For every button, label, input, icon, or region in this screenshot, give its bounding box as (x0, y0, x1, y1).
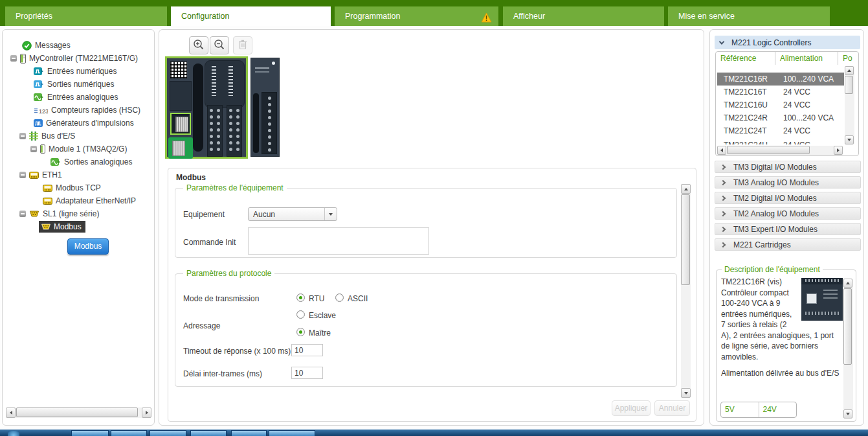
slave-radio[interactable] (296, 310, 305, 319)
hsc-icon: 123 (34, 107, 48, 114)
section-m221-logic-controllers[interactable]: M221 Logic Controllers (715, 36, 860, 49)
apply-button[interactable]: Appliquer (612, 400, 651, 416)
hardware-catalog-panel: M221 Logic Controllers Référence Aliment… (709, 29, 864, 426)
collapse-toggle[interactable] (19, 133, 26, 139)
tree-horizontal-scrollbar[interactable] (6, 407, 151, 418)
scrollbar-thumb[interactable] (16, 407, 138, 417)
table-row[interactable]: TM221C16U24 VCC (717, 98, 844, 111)
section-tm3-digital-io[interactable]: TM3 Digital I/O Modules (715, 161, 861, 173)
tree-item-digital-inputs[interactable]: Entrées numériques (3, 65, 154, 78)
column-header-alimentation[interactable]: Alimentation (775, 52, 838, 65)
taskbar-button[interactable] (269, 430, 315, 436)
tree-item-sl1[interactable]: SL1 (ligne série) (3, 207, 154, 220)
scroll-down-button[interactable] (681, 388, 691, 398)
table-vertical-scrollbar[interactable] (845, 66, 854, 144)
scroll-left-button[interactable] (6, 407, 16, 418)
svg-text:!: ! (485, 15, 487, 22)
serial-port[interactable] (168, 137, 193, 159)
scrollbar-thumb[interactable] (681, 194, 690, 285)
start-orb-icon[interactable] (8, 431, 19, 436)
modbus-tooltip-button[interactable]: Modbus (67, 238, 109, 255)
warning-icon: ! (481, 10, 492, 30)
tree-item-label: ETH1 (42, 170, 62, 179)
table-row[interactable]: TM221C24R100...240 VCA (717, 111, 844, 124)
controller-image[interactable] (165, 56, 248, 159)
scroll-down-button[interactable] (843, 409, 852, 419)
description-vertical-scrollbar[interactable] (843, 279, 853, 419)
scroll-right-button[interactable] (142, 407, 151, 418)
table-row[interactable]: TM221C16R100...240 VCA (717, 73, 844, 86)
collapse-toggle[interactable] (10, 55, 17, 62)
tree-item-analog-inputs[interactable]: Entrées analogiques (3, 91, 154, 104)
tree-item-modbus-tcp[interactable]: Modbus TCP (3, 181, 154, 194)
tree-item-module1[interactable]: Module 1 (TM3AQ2/G) (3, 143, 154, 155)
ethernet-port[interactable] (170, 113, 191, 135)
device-description-group: Description de l'équipement TM221C16R (v… (716, 270, 856, 422)
tab-label: Propriétés (16, 12, 52, 21)
equipment-select[interactable]: Aucun (248, 207, 337, 221)
zoom-in-button[interactable] (189, 36, 208, 54)
tree-item-digital-outputs[interactable]: Sorties numériques (3, 78, 154, 91)
section-tm3-analog-io[interactable]: TM3 Analog I/O Modules (715, 176, 861, 189)
scrollbar-thumb[interactable] (727, 146, 810, 154)
tree-item-mycontroller[interactable]: MyController (TM221ME16T/G) (3, 52, 154, 65)
column-header-reference[interactable]: Référence (716, 52, 775, 65)
taskbar-button[interactable] (111, 430, 147, 436)
tree-item-high-speed-counters[interactable]: 123 Compteurs rapides (HSC) (3, 104, 154, 117)
taskbar-button[interactable] (71, 430, 109, 436)
scroll-up-button[interactable] (843, 279, 852, 288)
table-row[interactable]: TM221C24T24 VCC (717, 124, 844, 137)
scroll-right-button[interactable] (834, 146, 843, 155)
rtu-radio[interactable] (296, 293, 305, 302)
collapse-toggle[interactable] (19, 211, 26, 217)
tree-item-ethernetip-adapter[interactable]: Adaptateur EtherNet/IP (3, 194, 154, 207)
section-m221-cartridges[interactable]: M221 Cartridges (715, 238, 861, 251)
column-header-ports[interactable]: Po (838, 52, 858, 65)
scrollbar-thumb[interactable] (843, 288, 852, 365)
tree-item-analog-outputs[interactable]: Sorties analogiques (3, 155, 154, 168)
taskbar-button[interactable] (150, 430, 186, 436)
master-radio[interactable] (296, 328, 305, 336)
scroll-up-button[interactable] (845, 66, 854, 75)
zoom-out-button[interactable] (210, 36, 229, 54)
ascii-radio[interactable] (335, 293, 344, 302)
scrollbar-thumb[interactable] (845, 76, 853, 94)
tree-item-label: Modbus TCP (56, 183, 101, 192)
tab-programmation[interactable]: Programmation ! (335, 6, 498, 26)
init-command-input[interactable] (248, 227, 429, 255)
interframe-delay-input[interactable] (291, 367, 323, 379)
collapse-toggle[interactable] (19, 172, 26, 178)
tab-mise-en-service[interactable]: Mise en service (668, 6, 830, 26)
tree-item-label: Messages (35, 41, 71, 50)
taskbar-button[interactable] (231, 430, 267, 436)
collapse-toggle[interactable] (30, 146, 37, 152)
expansion-module-image[interactable] (250, 58, 280, 157)
section-tm2-analog-io[interactable]: TM2 Analog I/O Modules (715, 207, 861, 220)
section-tm3-expert-io[interactable]: TM3 Expert I/O Modules (715, 223, 861, 235)
tooltip-label: Modbus (74, 242, 102, 251)
tab-afficheur[interactable]: Afficheur (503, 6, 664, 26)
settings-vertical-scrollbar[interactable] (681, 184, 691, 398)
table-row[interactable]: TM221C24U24 VCC (717, 139, 844, 144)
pulse-generators-icon (34, 119, 43, 127)
tab-proprietes[interactable]: Propriétés (5, 6, 167, 26)
module-led (272, 62, 275, 65)
chevron-right-icon (720, 179, 726, 185)
table-row[interactable]: TM221C16T24 VCC (717, 86, 844, 98)
section-tm2-digital-io[interactable]: TM2 Digital I/O Modules (715, 192, 861, 204)
table-horizontal-scrollbar[interactable] (717, 146, 843, 155)
tree-item-messages[interactable]: Messages (3, 39, 154, 52)
scroll-left-button[interactable] (717, 146, 726, 155)
windows-taskbar[interactable] (0, 430, 868, 436)
response-timeout-input[interactable] (291, 344, 323, 356)
scroll-down-button[interactable] (845, 135, 854, 144)
tab-configuration[interactable]: Configuration (171, 6, 331, 26)
tree-item-modbus[interactable]: Modbus (3, 220, 154, 233)
scroll-up-button[interactable] (681, 184, 691, 194)
tree-item-pulse-generators[interactable]: Générateurs d'impulsions (3, 117, 154, 130)
tree-item-eth1[interactable]: ETH1 (3, 168, 154, 181)
taskbar-button[interactable] (190, 430, 227, 436)
delete-button[interactable] (233, 36, 252, 54)
tree-item-io-bus[interactable]: Bus d'E/S (3, 130, 154, 143)
cancel-button[interactable]: Annuler (654, 400, 690, 416)
